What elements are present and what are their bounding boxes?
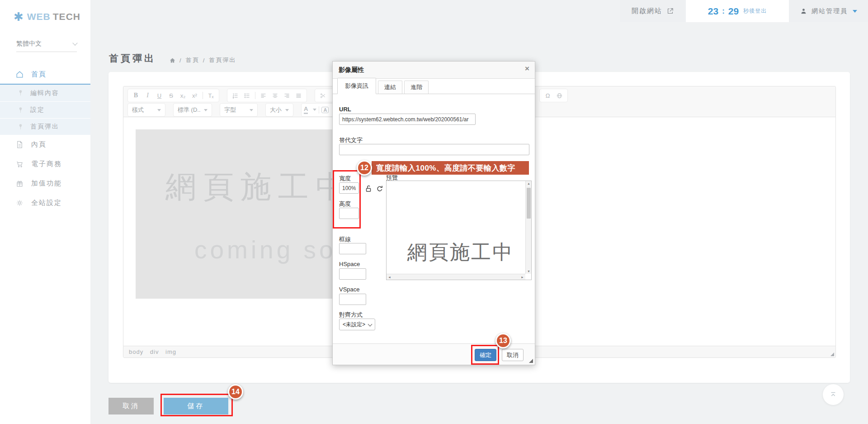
close-icon[interactable]: × xyxy=(525,65,529,72)
sidebar-item-inner-pages[interactable]: 內頁 xyxy=(0,135,90,154)
app-logo: ✱ WEB TECH xyxy=(0,0,90,23)
underline-button[interactable]: U xyxy=(154,90,165,101)
dialog-resize-handle[interactable] xyxy=(529,359,533,363)
scrollbar-thumb[interactable] xyxy=(527,188,531,219)
sidebar-item-ecommerce[interactable]: 電子商務 xyxy=(0,154,90,174)
sidebar-item-label: 全站設定 xyxy=(31,199,62,207)
hspace-label: HSpace xyxy=(339,261,360,267)
paragraph-format-label: 標準 (D... xyxy=(178,106,200,114)
user-icon xyxy=(800,7,807,15)
preview-image-text: 網頁施工中 xyxy=(407,239,514,266)
strikethrough-button[interactable]: S xyxy=(165,90,177,101)
gear-icon xyxy=(15,199,24,207)
font-dropdown-label: 字型 xyxy=(224,106,236,114)
scroll-to-top-button[interactable] xyxy=(823,384,844,405)
sidebar-item-site-settings[interactable]: 全站設定 xyxy=(0,193,90,213)
editor-resize-handle[interactable] xyxy=(830,353,834,356)
alt-text-input[interactable] xyxy=(339,144,529,155)
breadcrumb: / 首頁 / 首頁彈出 xyxy=(169,56,236,64)
breadcrumb-current: 首頁彈出 xyxy=(209,56,236,64)
align-justify-button[interactable] xyxy=(293,90,304,101)
lock-open-icon[interactable] xyxy=(364,185,373,193)
sidebar-item-label: 首頁彈出 xyxy=(30,123,59,131)
font-dropdown[interactable]: 字型 xyxy=(220,103,258,117)
toolbar-group-paragraph xyxy=(227,89,307,102)
sidebar-item-home-popup[interactable]: 首頁彈出 xyxy=(0,118,90,135)
image-properties-dialog: 影像屬性 × 影像資訊 連結 進階 URL 替代文字 寬度 高度 框線 HSpa… xyxy=(332,61,535,365)
scroll-right-icon[interactable]: ► xyxy=(521,276,524,279)
sidebar-item-addons[interactable]: 加值功能 xyxy=(0,174,90,193)
chevron-down-icon xyxy=(368,322,373,326)
url-label: URL xyxy=(339,106,351,113)
ok-button[interactable]: 確定 xyxy=(475,349,496,361)
hspace-input[interactable] xyxy=(339,268,366,280)
align-center-button[interactable] xyxy=(269,90,281,101)
reset-size-icon[interactable] xyxy=(376,185,384,193)
language-selector[interactable]: 繁體中文 xyxy=(16,40,77,52)
chevron-down-icon xyxy=(157,109,161,111)
paragraph-format-dropdown[interactable]: 標準 (D... xyxy=(173,103,212,117)
cancel-button[interactable]: 取消 xyxy=(108,398,154,414)
cut-button[interactable] xyxy=(317,90,329,101)
open-website-button[interactable]: 開啟網站 xyxy=(620,0,686,22)
text-color-button[interactable]: A xyxy=(304,106,316,114)
dialog-cancel-button[interactable]: 取消 xyxy=(502,349,524,361)
styles-dropdown[interactable]: 樣式 xyxy=(127,103,165,117)
sidebar-item-settings[interactable]: 設定 xyxy=(0,101,90,118)
sidebar-item-edit-content[interactable]: 編輯內容 xyxy=(0,85,90,101)
height-input[interactable] xyxy=(339,208,359,219)
bold-button[interactable]: B xyxy=(130,90,142,101)
asterisk-logo-icon: ✱ xyxy=(14,11,24,23)
breadcrumb-home-icon[interactable] xyxy=(169,57,176,64)
align-left-button[interactable] xyxy=(258,90,269,101)
border-input[interactable] xyxy=(339,243,366,254)
url-input[interactable] xyxy=(339,114,476,125)
font-size-dropdown[interactable]: 大小 xyxy=(265,103,293,117)
callout-step-14: 14 xyxy=(228,384,243,400)
breadcrumb-home[interactable]: 首頁 xyxy=(186,56,199,64)
tab-advanced[interactable]: 進階 xyxy=(404,81,429,94)
pin-icon xyxy=(17,90,24,96)
scroll-up-icon[interactable]: ▲ xyxy=(527,182,530,185)
tab-image-info[interactable]: 影像資訊 xyxy=(337,78,376,94)
align-right-button[interactable] xyxy=(281,90,292,101)
timer-colon: : xyxy=(722,7,725,16)
sidebar-item-label: 電子商務 xyxy=(31,160,62,168)
bulleted-list-button[interactable] xyxy=(241,90,253,101)
alt-text-label: 替代文字 xyxy=(339,136,363,144)
width-input[interactable] xyxy=(339,182,359,194)
sidebar-item-label: 設定 xyxy=(30,106,45,114)
special-character-button[interactable]: Ω xyxy=(542,90,553,101)
toolbar-divider xyxy=(255,92,255,99)
callout-step-13: 13 xyxy=(495,333,511,348)
tab-link[interactable]: 連結 xyxy=(378,81,402,94)
session-timer: 23 : 29 秒後登出 xyxy=(686,0,789,22)
save-button[interactable]: 儲存 xyxy=(164,398,228,414)
toolbar-divider xyxy=(203,92,203,99)
logo-text-web: WEB xyxy=(27,11,51,22)
alignment-select[interactable]: <未設定> xyxy=(339,319,375,330)
logo-text-tech: TECH xyxy=(53,11,80,22)
preview-vertical-scrollbar[interactable]: ▲ ▼ xyxy=(525,181,531,274)
dialog-header[interactable]: 影像屬性 × xyxy=(333,62,535,79)
scroll-down-icon[interactable]: ▼ xyxy=(527,270,530,273)
preview-horizontal-scrollbar[interactable]: ◄ ► xyxy=(387,274,525,280)
toolbar-group-basicstyles: B I U S x₂ x² Tₓ xyxy=(127,89,219,102)
vspace-input[interactable] xyxy=(339,294,366,305)
font-size-label: 大小 xyxy=(270,106,282,114)
sidebar-item-home[interactable]: 首頁 xyxy=(0,65,90,85)
sidebar-nav: 首頁 編輯內容 設定 首頁彈出 內頁 電子商務 加值功能 全站設定 xyxy=(0,65,90,213)
numbered-list-button[interactable] xyxy=(230,90,241,101)
remove-format-button[interactable]: Tₓ xyxy=(205,90,217,101)
sidebar-item-label: 內頁 xyxy=(31,140,47,149)
user-name: 網站管理員 xyxy=(811,7,848,15)
globe-icon[interactable] xyxy=(554,90,565,101)
scroll-left-icon[interactable]: ◄ xyxy=(388,276,391,279)
italic-button[interactable]: I xyxy=(142,90,153,101)
superscript-button[interactable]: x² xyxy=(189,90,200,101)
image-preview-pane: 網頁施工中 ▲ ▼ ◄ ► xyxy=(386,181,532,280)
user-menu[interactable]: 網站管理員 xyxy=(789,0,868,22)
subscript-button[interactable]: x₂ xyxy=(177,90,189,101)
sidebar-item-label: 首頁 xyxy=(31,70,47,79)
toolbar-divider xyxy=(319,106,319,114)
